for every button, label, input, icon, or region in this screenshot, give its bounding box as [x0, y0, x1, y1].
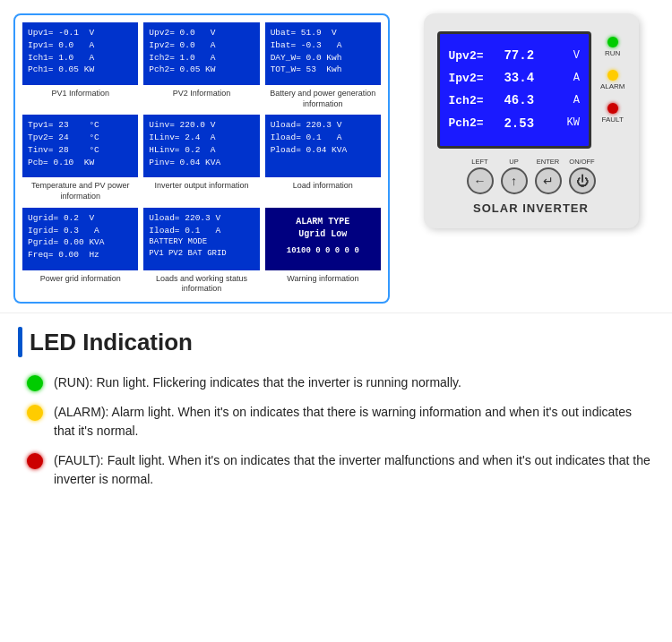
- alarm-led-label: ALARM: [600, 82, 625, 90]
- pv1-line2: Ipv1= 0.0 A: [28, 39, 133, 52]
- pv2-line3: Ich2= 1.0 A: [149, 52, 254, 64]
- onoff-btn-group: ON/OFF ⏻: [569, 158, 596, 194]
- pv1-line1: Upv1= -0.1 V: [28, 27, 133, 39]
- screen-row-upv2: Upv2= 77.2 V: [449, 45, 580, 67]
- device-buttons: LEFT ← UP ↑ ENTER ↵ ON/OFF ⏻: [437, 158, 625, 194]
- led-item-run: (RUN): Run light. Flickering indicates t…: [27, 373, 654, 392]
- left-btn-label-top: LEFT: [471, 158, 487, 166]
- grid-line3: Pgrid= 0.00 KVA: [28, 236, 133, 249]
- screen-area: Upv2= 77.2 V Ipv2= 33.4 A Ich2= 46.3: [437, 31, 591, 149]
- inv-line4: Pinv= 0.04 KVA: [149, 157, 254, 169]
- led-title-wrapper: LED Indication: [18, 327, 654, 357]
- device-title: SOLAR INVERTER: [437, 201, 625, 215]
- inverter-label: Inverter output information: [143, 181, 259, 192]
- alarm-box: ALARM TYPE Ugrid Low 10100 0 0 0 0 0: [265, 208, 381, 270]
- led-item-alarm: (ALARM): Alarm light. When it's on indic…: [27, 403, 654, 441]
- device-leds: RUN ALARM FAULT: [591, 31, 625, 124]
- pv2-label: PV2 Information: [143, 89, 259, 99]
- up-btn-label-top: UP: [509, 158, 518, 166]
- fault-led: [607, 103, 618, 114]
- ipv2-label: Ipv2=: [449, 68, 484, 89]
- work-line3: BATTERY MODE: [149, 236, 254, 248]
- working-label: Loads and working status information: [143, 274, 259, 295]
- inverter-box: Uinv= 220.0 V ILinv= 2.4 A HLinv= 0.2 A …: [143, 115, 259, 177]
- ipv2-unit: A: [555, 69, 580, 89]
- led-section: LED Indication (RUN): Run light. Flicker…: [0, 312, 672, 498]
- temp-label: Temperature and PV power information: [22, 181, 138, 201]
- grid-line4: Freq= 0.00 Hz: [28, 249, 133, 261]
- working-box: Uload= 220.3 V Iload= 0.1 A BATTERY MODE…: [143, 208, 259, 270]
- load-label: Load information: [265, 181, 381, 192]
- run-description: (RUN): Run light. Flickering indicates t…: [54, 373, 461, 392]
- battery-label: Battery and power generation information: [265, 89, 381, 109]
- run-led-label: RUN: [605, 49, 620, 57]
- inv-line1: Uinv= 220.0 V: [149, 119, 254, 132]
- grid-label: Power grid information: [22, 274, 138, 285]
- screen-row-pch2: Pch2= 2.53 KW: [449, 113, 580, 135]
- pv1-cell: Upv1= -0.1 V Ipv1= 0.0 A Ich1= 1.0 A Pch…: [22, 22, 138, 109]
- ipv2-value: 33.4: [504, 67, 534, 90]
- inv-line3: HLinv= 0.2 A: [149, 144, 254, 157]
- inverter-device: Upv2= 77.2 V Ipv2= 33.4 A Ich2= 46.3: [424, 13, 639, 228]
- left-button[interactable]: ←: [467, 167, 494, 194]
- enter-button[interactable]: ↵: [535, 167, 562, 194]
- work-line4: PV1 PV2 BAT GRID: [149, 248, 254, 260]
- ich2-value: 46.3: [504, 90, 534, 112]
- fault-circle: [27, 453, 43, 469]
- alarm-led: [607, 70, 618, 81]
- run-led-group: RUN: [600, 37, 625, 57]
- load-box: Uload= 220.3 V Iload= 0.1 A Pload= 0.04 …: [265, 115, 381, 177]
- pch2-unit: KW: [555, 114, 580, 133]
- up-btn-group: UP ↑: [501, 158, 528, 194]
- ich2-unit: A: [555, 91, 580, 111]
- inverter-cell: Uinv= 220.0 V ILinv= 2.4 A HLinv= 0.2 A …: [143, 115, 259, 201]
- grid-box: Ugrid= 0.2 V Igrid= 0.3 A Pgrid= 0.00 KV…: [22, 208, 138, 270]
- pch2-value: 2.53: [504, 113, 534, 135]
- alarm-line2: Ugrid Low: [271, 228, 375, 242]
- ich2-label: Ich2=: [449, 90, 484, 111]
- pch2-label: Pch2=: [449, 113, 484, 133]
- led-item-fault: (FAULT): Fault light. When it's on indic…: [27, 451, 654, 489]
- temp-line3: Tinv= 28 °C: [28, 144, 133, 157]
- pv1-label: PV1 Information: [22, 89, 138, 99]
- up-button[interactable]: ↑: [501, 167, 528, 194]
- grid-line1: Ugrid= 0.2 V: [28, 212, 133, 225]
- led-section-title: LED Indication: [30, 329, 193, 356]
- alarm-label: Warning information: [265, 274, 381, 285]
- bat-line3: DAY_W= 0.0 Kwh: [271, 52, 375, 64]
- alarm-circle: [27, 405, 43, 421]
- work-line2: Iload= 0.1 A: [149, 225, 254, 237]
- top-section: Upv1= -0.1 V Ipv1= 0.0 A Ich1= 1.0 A Pch…: [0, 0, 672, 312]
- temp-box: Tpv1= 23 °C Tpv2= 24 °C Tinv= 28 °C Pcb=…: [22, 115, 138, 177]
- inverter-panel: Upv2= 77.2 V Ipv2= 33.4 A Ich2= 46.3: [403, 13, 659, 228]
- run-circle: [27, 375, 43, 391]
- working-cell: Uload= 220.3 V Iload= 0.1 A BATTERY MODE…: [143, 208, 259, 295]
- grid-cell: Ugrid= 0.2 V Igrid= 0.3 A Pgrid= 0.00 KV…: [22, 208, 138, 295]
- work-line1: Uload= 220.3 V: [149, 212, 254, 225]
- load-cell: Uload= 220.3 V Iload= 0.1 A Pload= 0.04 …: [265, 115, 381, 201]
- pv1-line4: Pch1= 0.05 KW: [28, 64, 133, 76]
- bat-line1: Ubat= 51.9 V: [271, 27, 375, 39]
- load-line2: Iload= 0.1 A: [271, 132, 375, 144]
- info-grid: Upv1= -0.1 V Ipv1= 0.0 A Ich1= 1.0 A Pch…: [22, 22, 381, 295]
- temp-cell: Tpv1= 23 °C Tpv2= 24 °C Tinv= 28 °C Pcb=…: [22, 115, 138, 201]
- pv2-line2: Ipv2= 0.0 A: [149, 39, 254, 52]
- run-led: [607, 37, 618, 47]
- led-title-bar: [18, 327, 22, 357]
- bat-line4: TOT_W= 53 Kwh: [271, 64, 375, 76]
- led-items: (RUN): Run light. Flickering indicates t…: [18, 373, 654, 489]
- device-screen: Upv2= 77.2 V Ipv2= 33.4 A Ich2= 46.3: [437, 31, 591, 149]
- pv2-line4: Pch2= 0.05 KW: [149, 64, 254, 76]
- battery-box: Ubat= 51.9 V Ibat= -0.3 A DAY_W= 0.0 Kwh…: [265, 22, 381, 85]
- info-panel: Upv1= -0.1 V Ipv1= 0.0 A Ich1= 1.0 A Pch…: [13, 13, 390, 304]
- enter-btn-group: ENTER ↵: [535, 158, 562, 194]
- screen-row-ich2: Ich2= 46.3 A: [449, 90, 580, 112]
- alarm-line3: 10100 0 0 0 0 0: [271, 245, 375, 257]
- enter-btn-label-top: ENTER: [537, 158, 559, 166]
- upv2-value: 77.2: [504, 45, 534, 67]
- fault-led-label: FAULT: [602, 116, 624, 124]
- temp-line1: Tpv1= 23 °C: [28, 119, 133, 132]
- inv-line2: ILinv= 2.4 A: [149, 132, 254, 144]
- upv2-unit: V: [555, 47, 580, 66]
- onoff-button[interactable]: ⏻: [569, 167, 596, 194]
